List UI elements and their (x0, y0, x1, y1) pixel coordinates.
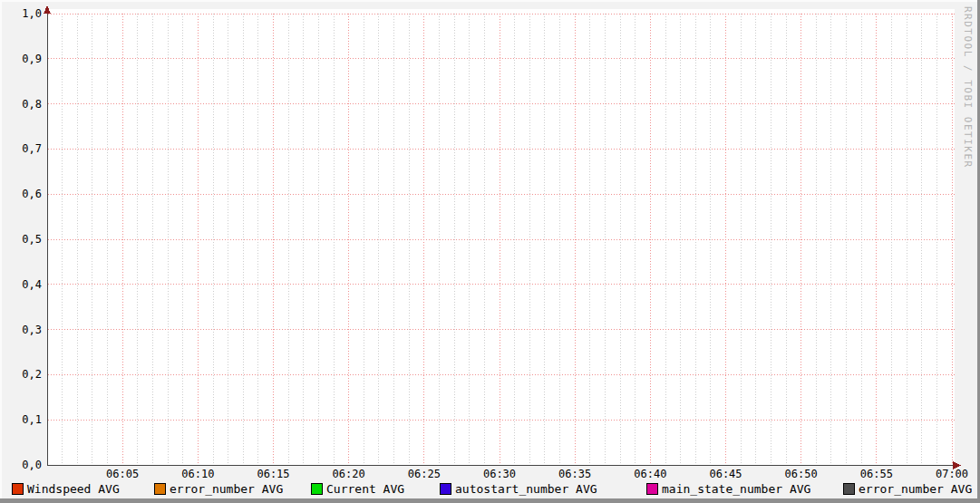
x-tick-label: 06:45 (704, 468, 748, 480)
error-number2-swatch-icon (843, 483, 855, 495)
x-tick-label: 06:50 (780, 468, 823, 480)
legend-label: autostart_number AVG (455, 482, 597, 496)
windspeed-swatch-icon (12, 483, 24, 495)
y-tick-label: 0,0 (0, 459, 42, 471)
rrdtool-graph: 1,00,90,80,70,60,50,40,30,20,10,006:0506… (0, 0, 980, 503)
x-tick-label: 06:30 (478, 468, 521, 480)
x-tick-label: 06:25 (403, 468, 446, 480)
legend-item-autostart-number: autostart_number AVG (440, 482, 597, 496)
y-tick-label: 0,4 (0, 278, 42, 291)
rrdtool-watermark: RRDTOOL / TOBI OETIKER (962, 6, 974, 169)
legend-label: Current AVG (326, 482, 404, 496)
autostart-number-swatch-icon (440, 483, 451, 495)
y-tick-label: 1,0 (0, 7, 42, 20)
y-tick-label: 0,8 (0, 98, 42, 111)
x-tick-label: 06:20 (327, 468, 371, 480)
legend-label: error_number AVG (859, 482, 972, 496)
frame-edge-top (0, 0, 980, 2)
x-tick-label: 06:55 (855, 468, 898, 480)
legend-item-main-state-number: main_state_number AVG (646, 482, 810, 496)
legend-item-error-number-1: error_number AVG (154, 482, 283, 496)
error-number-swatch-icon (154, 483, 166, 495)
chart-grid (0, 0, 980, 503)
legend-item-windspeed: Windspeed AVG (12, 482, 120, 496)
legend-item-error-number-2: error_number AVG (843, 482, 972, 496)
main-state-number-swatch-icon (646, 483, 658, 495)
legend-label: main_state_number AVG (662, 482, 810, 496)
x-tick-label: 06:40 (628, 468, 672, 480)
legend-item-current: Current AVG (311, 482, 404, 496)
y-tick-label: 0,7 (0, 142, 42, 155)
y-tick-label: 0,6 (0, 188, 42, 200)
x-tick-label: 06:15 (252, 468, 296, 480)
y-tick-label: 0,2 (0, 368, 42, 381)
x-tick-label: 06:10 (176, 468, 219, 480)
frame-edge-bottom (0, 498, 980, 503)
current-swatch-icon (311, 483, 323, 495)
y-tick-label: 0,3 (0, 324, 42, 336)
y-tick-label: 0,1 (0, 413, 42, 426)
x-tick-label: 07:00 (930, 468, 974, 480)
x-tick-label: 06:35 (553, 468, 597, 480)
y-tick-label: 0,9 (0, 53, 42, 65)
frame-edge-left (0, 0, 2, 503)
legend-label: error_number AVG (170, 482, 283, 496)
y-tick-label: 0,5 (0, 233, 42, 246)
x-tick-label: 06:05 (101, 468, 144, 480)
legend-label: Windspeed AVG (27, 482, 120, 496)
